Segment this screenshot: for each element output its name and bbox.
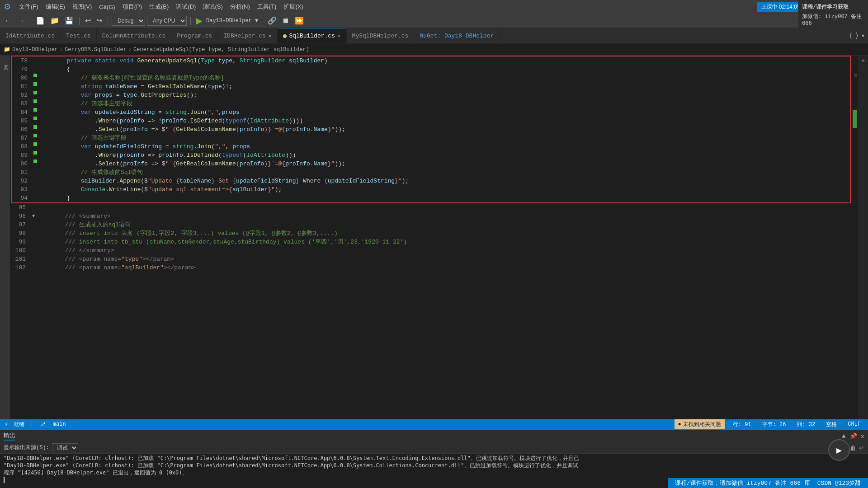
bc-namespace[interactable]: GerryORM.SqlBuilder (65, 47, 127, 53)
right-panel: ≡ (858, 56, 868, 419)
output-source-dropdown[interactable]: 调试 (52, 443, 78, 452)
tab-spacer (500, 28, 846, 43)
table-row: 102 /// <param name="sqlBuilder"></param… (10, 263, 852, 272)
table-row: 94 } (12, 194, 850, 202)
tab-close-idbhelper[interactable]: ✕ (269, 33, 272, 39)
toolbar: ← → 📄 📁 💾 ↩ ↪ Debug Any CPU ▶ Day18-DBHe… (0, 14, 868, 28)
step-over-button[interactable]: ⏩ (293, 15, 306, 26)
menu-bar: ⚙ 文件(F) 编辑(E) 视图(V) Git(G) 项目(P) 生成(B) 调… (0, 0, 868, 14)
bc-project[interactable]: Day18-DBHelper (12, 47, 58, 53)
output-line-3: 程序 "[42456] Day18-DBHelper.exe" 已退出，返回值为… (4, 469, 864, 476)
menu-edit[interactable]: 编辑(E) (42, 2, 69, 12)
table-row: 96 ▼ /// <summary> (10, 212, 852, 221)
promo-bottom-text: 课程/课件获取，请加微信 itzy007 备注 666 库 (675, 479, 810, 487)
right-scrollbar[interactable] (852, 56, 858, 419)
bc-project-icon: 📁 (4, 46, 10, 53)
tab-label-test: Test.cs (66, 33, 91, 39)
output-wrap-btn[interactable]: ↵ (859, 444, 864, 451)
breakpoint-button[interactable]: ⏹ (280, 16, 291, 26)
promo-csdn: CSDN @123梦甜 (817, 479, 861, 487)
tab-sqlbuilder[interactable]: SqlBuilder.cs ✕ (278, 28, 347, 43)
table-row: 85 .Where(proInfo => !proInfo.IsDefined(… (12, 117, 850, 125)
status-col[interactable]: 列: 32 (794, 421, 818, 428)
bottom-promo-bar: 课程/课件获取，请加微信 itzy007 备注 666 库 CSDN @123梦… (668, 478, 868, 488)
bc-method[interactable]: GenerateUpdateSql(Type type, StringBuild… (133, 47, 309, 53)
output-title[interactable]: 输出 (4, 432, 15, 441)
menu-test[interactable]: 测试(S) (199, 2, 226, 12)
toolbar-separator-5 (262, 17, 262, 25)
status-bar: ⚡ 就绪 ⎇ main ● 未找到相关问题 行: 91 字节: 26 列: 32… (0, 419, 868, 429)
toolbar-separator-3 (108, 17, 108, 25)
back-button[interactable]: ← (3, 16, 14, 26)
platform-dropdown[interactable]: Any CPU (147, 16, 187, 26)
redo-button[interactable]: ↪ (94, 15, 104, 26)
table-row: 81 string tableName = GetRealTableName(t… (12, 82, 850, 91)
tab-idbhelper[interactable]: IDBHelper.cs ✕ (218, 28, 277, 43)
tab-label-nuget: NuGet: Day18-DBHelper (420, 33, 494, 39)
undo-button[interactable]: ↩ (83, 15, 93, 26)
menu-extensions[interactable]: 扩展(X) (280, 2, 307, 12)
debug-dropdown[interactable]: Debug (112, 16, 145, 26)
solution-explorer-btn[interactable]: ≡ (858, 56, 868, 66)
code-editor[interactable]: 78 private static void GenerateUpdateSql… (10, 56, 852, 419)
tab-columnattribute[interactable]: ColumnAttribute.cs (97, 28, 171, 43)
tab-label-idattribute: IdAttribute.cs (5, 33, 55, 39)
table-row: 88 var updateIdFieldString = string.Join… (12, 142, 850, 151)
status-git-icon: ⎇ (39, 421, 46, 428)
output-clear-btn[interactable]: 🗑 (850, 444, 856, 451)
menu-build[interactable]: 生成(B) (146, 2, 172, 12)
highlighted-block: 78 private static void GenerateUpdateSql… (11, 56, 851, 203)
open-button[interactable]: 📁 (48, 15, 61, 26)
tab-scroll-right[interactable]: ⟩ (855, 31, 859, 40)
table-row: 98 /// insert into 表名 (字段1,字段2, 字段3,...)… (10, 229, 852, 238)
warning-dot: ● (678, 421, 681, 427)
output-pin-btn[interactable]: 📌 (849, 432, 857, 440)
menu-project[interactable]: 项目(P) (119, 2, 146, 12)
forward-button[interactable]: → (15, 16, 26, 26)
output-close-btn[interactable]: ✕ (861, 432, 864, 440)
menu-git[interactable]: Git(G) (95, 3, 118, 11)
tab-program[interactable]: Program.cs (171, 28, 218, 43)
left-sidebar: 工具 (0, 56, 10, 419)
tab-mysqldbhelper[interactable]: MySqlDBHelper.cs (347, 28, 415, 43)
menu-debug[interactable]: 调试(D) (172, 2, 199, 12)
scroll-thumb (853, 110, 857, 128)
tab-close-sqlbuilder[interactable]: ✕ (338, 33, 341, 39)
status-char[interactable]: 字节: 26 (760, 421, 789, 428)
menu-file[interactable]: 文件(F) (15, 2, 42, 12)
toolbar-separator-4 (190, 17, 191, 25)
table-row: 80 // 获取表名称[特性设置的名称或者就是Type的名称] (12, 74, 850, 82)
output-source-label: 显示输出来源(S): (4, 444, 49, 451)
output-line-2: "Day18-DBHelper.exe" (CoreCLR: clrhost):… (4, 462, 864, 469)
menu-view[interactable]: 视图(V) (69, 2, 95, 12)
tab-idattribute[interactable]: IdAttribute.cs (0, 28, 61, 43)
status-ready: ⚡ (5, 421, 8, 428)
table-row: 84 var updateFieldString = string.Join("… (12, 108, 850, 117)
table-row: 89 .Where(proInfo => proInfo.IsDefined(t… (12, 151, 850, 160)
tab-scroll-left[interactable]: ⟨ (849, 31, 853, 40)
status-branch: main (53, 421, 66, 427)
toolbar-separator-1 (30, 17, 30, 25)
output-expand-btn[interactable]: ▲ (842, 432, 845, 440)
tab-test[interactable]: Test.cs (61, 28, 97, 43)
tab-nuget[interactable]: NuGet: Day18-DBHelper (414, 28, 500, 43)
menu-tools[interactable]: 工具(T) (254, 2, 280, 12)
toolbar-separator-2 (79, 17, 80, 25)
video-button[interactable]: ▶ (828, 439, 850, 461)
new-file-button[interactable]: 📄 (34, 15, 47, 26)
table-row: 97 /// 生成插入的sql语句 (10, 221, 852, 229)
status-encoding[interactable]: CRLF (845, 421, 863, 427)
tab-dropdown[interactable]: ▾ (861, 31, 865, 40)
table-row: 91 // 生成修改的Sql语句 (12, 168, 850, 177)
menu-analyze[interactable]: 分析(N) (226, 2, 254, 12)
start-button[interactable]: ▶ (194, 15, 204, 27)
tab-label-sqlbuilder: SqlBuilder.cs (289, 33, 335, 39)
save-button[interactable]: 💾 (63, 15, 75, 26)
modified-dot (283, 34, 287, 38)
tab-bar: IdAttribute.cs Test.cs ColumnAttribute.c… (0, 28, 868, 44)
status-indent[interactable]: 空格 (823, 421, 840, 428)
status-line[interactable]: 行: 91 (730, 421, 754, 428)
attach-button[interactable]: 🔗 (266, 15, 278, 26)
status-warning[interactable]: ● 未找到相关问题 (675, 419, 725, 429)
sidebar-explorer[interactable]: 工具 (1, 57, 9, 66)
